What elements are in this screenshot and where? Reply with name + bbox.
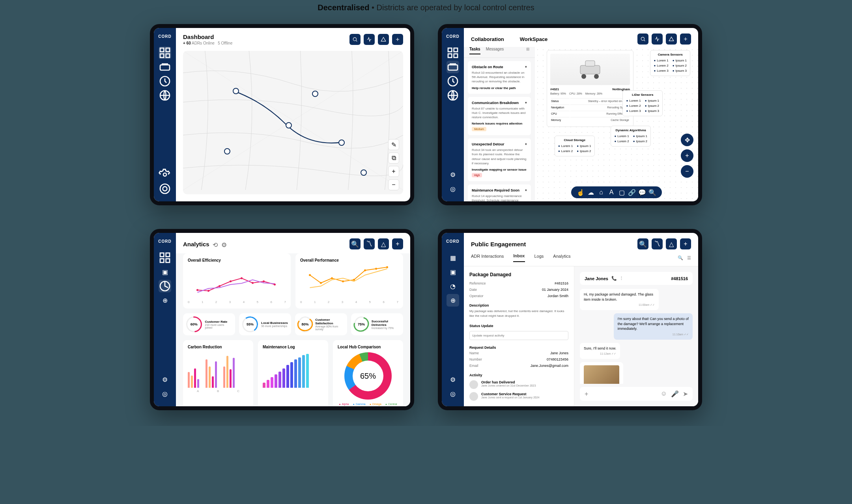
nav-fleet-icon[interactable]: [447, 61, 459, 73]
map-marker[interactable]: [224, 148, 230, 154]
activity-button[interactable]: [652, 33, 663, 45]
tab-inbox[interactable]: Inbox: [513, 253, 525, 262]
map-marker[interactable]: [361, 169, 367, 176]
nav-globe-icon[interactable]: ⊕: [447, 294, 459, 307]
settings-icon[interactable]: ⚙: [221, 241, 227, 247]
filter-sliders-icon[interactable]: ☰: [687, 255, 691, 260]
nav-help-icon[interactable]: ◎: [447, 182, 459, 195]
task-card[interactable]: Maintenance Required Soon+ Robot 14 appr…: [468, 184, 531, 201]
search-button[interactable]: [349, 34, 361, 45]
mic-icon[interactable]: 🎤: [671, 390, 679, 398]
nav-dashboard-icon[interactable]: [159, 46, 171, 59]
alert-button[interactable]: [666, 33, 677, 45]
nav-globe-icon[interactable]: [159, 89, 171, 102]
refresh-icon[interactable]: ⟲: [213, 241, 218, 247]
activity-button[interactable]: 〽: [652, 238, 663, 249]
robot-info-card[interactable]: #4321Nottingham Battery: 95%CPU: 28%Memo…: [547, 50, 633, 127]
node-cloud-storage[interactable]: Cloud Storage Lorem 1Ipsum 1 Lorem 2Ipsu…: [555, 136, 595, 156]
nav-reports-icon[interactable]: [159, 280, 171, 292]
expand-icon[interactable]: +: [525, 188, 527, 192]
node-lidar-sensors[interactable]: LiDar Sensors Lorem 1Ipsum 1 Lorem 2Ipsu…: [622, 90, 663, 116]
task-card[interactable]: Unexpected Detour+ Robot 34 took an unex…: [468, 138, 531, 181]
node-camera-sensors[interactable]: Camera Sensors Lorem 1Ipsum 1 Lorem 2Ips…: [650, 50, 690, 76]
map-marker[interactable]: [338, 139, 345, 146]
activity-item: Order has DeliveredJane Jones ordered on…: [469, 380, 568, 389]
attachment-image[interactable]: [584, 365, 619, 384]
nav-help-icon[interactable]: [159, 182, 171, 195]
nav-settings-icon[interactable]: ⚙: [159, 373, 171, 386]
nav-fleet-icon[interactable]: ▣: [159, 266, 171, 278]
tab-logs[interactable]: Logs: [534, 254, 544, 262]
tab-messages[interactable]: Messages: [486, 47, 504, 54]
nav-fleet-icon[interactable]: ▣: [447, 266, 459, 278]
activity-button[interactable]: 〽: [364, 238, 375, 249]
nav-settings-icon[interactable]: ⚙: [447, 373, 459, 386]
add-button[interactable]: +: [392, 238, 403, 249]
call-icon[interactable]: 📞: [611, 276, 617, 281]
task-card[interactable]: Obstacle on Route+ Robot 10 encountered …: [468, 61, 531, 94]
tab-interactions[interactable]: ADR Interactions: [471, 254, 504, 262]
robot-status-table: StatusStandby – error reported en-route …: [550, 97, 630, 123]
chat-panel: Jane Jones 📞 ⋮ #481516 Hi, my package ar…: [574, 266, 698, 406]
nav-settings-icon[interactable]: [159, 168, 171, 181]
activity-button[interactable]: [364, 34, 375, 45]
chart-hub-compare: Local Hub Comparison 65% AlphaGammaOmega…: [333, 340, 403, 406]
more-icon[interactable]: ⋮: [619, 276, 624, 281]
nav-fleet-icon[interactable]: [159, 61, 171, 73]
tool-search-icon[interactable]: 🔍: [649, 189, 656, 195]
tool-comment-icon[interactable]: 💬: [639, 189, 645, 195]
tool-link-icon[interactable]: 🔗: [629, 189, 635, 195]
tab-tasks[interactable]: Tasks: [469, 47, 480, 54]
tool-text-icon[interactable]: A: [608, 189, 615, 195]
filter-search-icon[interactable]: 🔍: [678, 255, 683, 260]
workspace-canvas[interactable]: #4321Nottingham Battery: 95%CPU: 28%Memo…: [535, 47, 698, 201]
map-view[interactable]: ✎ ⧉ + −: [183, 51, 403, 194]
nav-help-icon[interactable]: ◎: [159, 387, 171, 400]
fab-move-icon[interactable]: ✥: [681, 134, 693, 146]
map-marker[interactable]: [312, 91, 318, 97]
tool-cursor-icon[interactable]: ☝: [577, 189, 584, 195]
tool-robot-icon[interactable]: ⌂: [598, 189, 604, 195]
send-icon[interactable]: ➤: [683, 390, 688, 398]
task-card[interactable]: Communication Breakdown+ Robot 87 unable…: [468, 97, 531, 136]
nav-reports-icon[interactable]: [159, 75, 171, 87]
map-marker[interactable]: [233, 88, 239, 94]
tool-shape-icon[interactable]: ▢: [618, 189, 625, 195]
add-button[interactable]: [680, 33, 691, 45]
nav-help-icon[interactable]: ◎: [447, 387, 459, 400]
new-tab-icon[interactable]: ⊞: [526, 47, 529, 54]
expand-icon[interactable]: +: [525, 142, 527, 146]
tool-cloud-icon[interactable]: ☁: [588, 189, 594, 195]
expand-icon[interactable]: +: [525, 101, 527, 105]
tab-analytics[interactable]: Analytics: [553, 254, 570, 262]
nav-dashboard-icon[interactable]: [159, 251, 171, 264]
status-input[interactable]: [469, 331, 568, 340]
nav-dashboard-icon[interactable]: [447, 46, 459, 59]
add-button[interactable]: +: [680, 238, 691, 249]
alert-button[interactable]: [378, 34, 389, 45]
nav-settings-icon[interactable]: ⚙: [447, 168, 459, 181]
expand-icon[interactable]: +: [525, 65, 527, 69]
search-button[interactable]: [637, 33, 648, 45]
search-button[interactable]: 🔍: [349, 238, 361, 249]
map-layers-icon[interactable]: ⧉: [388, 153, 399, 164]
nav-dashboard-icon[interactable]: ▦: [447, 251, 459, 264]
alert-button[interactable]: △: [378, 238, 389, 249]
nav-globe-icon[interactable]: ⊕: [159, 294, 171, 307]
alert-button[interactable]: △: [666, 238, 677, 249]
add-button[interactable]: [392, 34, 403, 45]
search-button[interactable]: 🔍: [637, 238, 648, 249]
emoji-icon[interactable]: ☺: [661, 390, 667, 398]
fab-zoom-out-icon[interactable]: −: [681, 165, 693, 178]
svg-point-28: [196, 289, 198, 291]
map-zoom-out-icon[interactable]: −: [388, 179, 399, 190]
map-zoom-in-icon[interactable]: +: [388, 166, 399, 177]
map-edit-icon[interactable]: ✎: [388, 139, 399, 150]
map-marker[interactable]: [286, 122, 292, 128]
nav-globe-icon[interactable]: [447, 89, 459, 102]
nav-reports-icon[interactable]: ◔: [447, 280, 459, 292]
nav-reports-icon[interactable]: [447, 75, 459, 87]
fab-zoom-in-icon[interactable]: +: [681, 149, 693, 162]
node-algorithms[interactable]: Dynamic Algorithms Lorem 1Ipsum 1 Lorem …: [611, 126, 651, 147]
attach-icon[interactable]: +: [585, 391, 588, 398]
